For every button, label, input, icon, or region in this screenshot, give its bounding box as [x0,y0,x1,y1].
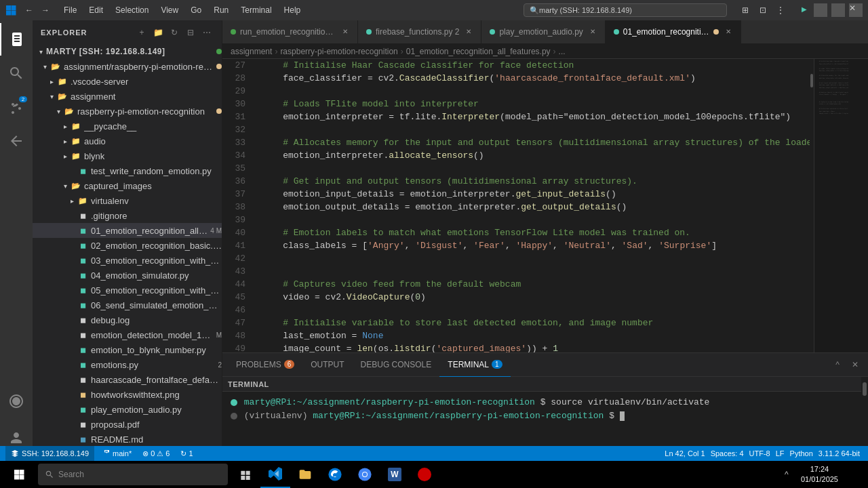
sidebar-item-emotion-to-blynk-number-py[interactable]: ◼emotion_to_blynk_number.py [33,342,222,357]
sidebar-item-audio[interactable]: ▸📁audio [33,134,222,148]
menu-help[interactable]: Help [279,3,307,18]
sidebar-item-haarcascade-frontalface-default-xml[interactable]: ◼haarcascade_frontalface_default.xml [33,372,222,387]
new-folder-button[interactable]: 📁 [151,26,165,39]
sidebar-item-readme-md[interactable]: ◼README.md [33,432,222,447]
menu-go[interactable]: Go [185,3,207,18]
show-desktop-button[interactable] [845,461,860,488]
tab-tab3[interactable]: play_emotion_audio.py✕ [481,20,605,43]
back-button[interactable]: ← [22,3,37,18]
more-actions[interactable]: ⋮ [773,3,788,18]
code-line: # Captures video feed from the default w… [262,278,810,291]
layout-toggle[interactable]: ⊞ [738,3,753,18]
sidebar-item--vscode-server[interactable]: ▸📁.vscode-server [33,74,222,89]
tab-close-button[interactable]: ✕ [463,26,474,37]
line-ending-status[interactable]: LF [773,446,787,461]
tab-tab1[interactable]: run_emotion_recognition.sh✕ [222,20,358,43]
run-debug-button[interactable] [0,125,33,157]
version-status[interactable]: 3.11.2 64-bit [816,446,863,461]
app-taskbar-button[interactable] [410,461,439,488]
crumb-repo[interactable]: raspberry-pi-emotion-recognition [280,47,397,56]
source-control-button[interactable]: 2 [0,91,33,123]
chrome-taskbar-button[interactable] [350,461,380,488]
panel-close-button[interactable]: ✕ [848,357,863,372]
run-button[interactable]: ▶ [799,3,810,14]
new-file-button[interactable]: + [135,26,149,39]
sidebar-item-proposal-pdf[interactable]: ◼proposal.pdf [33,417,222,432]
search-button[interactable] [0,57,33,89]
sidebar-item-raspberry-pi-emotion-recognition[interactable]: ▾📂raspberry-pi-emotion-recognition [33,104,222,119]
sidebar-item-blynk[interactable]: ▸📁blynk [33,148,222,163]
file-explorer-taskbar-button[interactable] [290,461,320,488]
errors-status[interactable]: ⊗ 0 ⚠ 6 [140,446,172,461]
svg-rect-4 [14,470,19,474]
ssh-status[interactable]: SSH: 192.168.8.149 [5,446,94,461]
taskview-button[interactable] [231,461,260,488]
forward-button[interactable]: → [38,3,53,18]
address-bar[interactable]: 🔍 marty (SSH: 192.168.8.149) [524,3,727,17]
encoding-status[interactable]: UTF-8 [747,446,773,461]
extensions-button[interactable] [0,385,33,418]
sidebar-item-play-emotion-audio-py[interactable]: ◼play_emotion_audio.py [33,402,222,417]
menu-file[interactable]: File [58,3,82,18]
tab-close-button[interactable]: ✕ [723,26,734,37]
vscode-taskbar-button[interactable] [260,461,290,488]
sidebar-item-howtworkswithtext-png[interactable]: ◼howtworkswithtext.png [33,387,222,402]
explorer-button[interactable] [0,23,33,56]
sidebar-root[interactable]: ▾ MARTY [SSH: 192.168.8.149] [33,44,222,59]
menu-view[interactable]: View [155,3,184,18]
sidebar-item-06-send-simulated-emotion-as-audio-bluetooth-py[interactable]: ◼06_send_simulated_emotion_as_audio_blue… [33,298,222,312]
split-editor[interactable]: ⊡ [755,3,770,18]
sidebar-item-assignment-raspberry-pi-emotion-recognition[interactable]: ▾📂assignment/raspberry-pi-emotion-recogn… [33,59,222,74]
sidebar-item-test-write-random-emotion-py[interactable]: ◼test_write_random_emotion.py [33,163,222,178]
tab-close-button[interactable]: ✕ [340,26,351,37]
terminal-cmd-1: source virtualenv/bin/activate [551,397,709,407]
spaces-status[interactable]: Spaces: 4 [708,446,747,461]
branch-status[interactable]: main* [100,446,134,461]
crumb-more[interactable]: ... [559,47,566,56]
minimize-button[interactable] [814,3,827,17]
sidebar-item-01-emotion-recognition-all-features-py[interactable]: ◼01_emotion_recognition_all_features.py4… [33,223,222,238]
collapse-all-button[interactable]: ⊟ [184,26,197,39]
output-tab[interactable]: OUTPUT [302,353,352,377]
sidebar-item--gitignore[interactable]: ◼.gitignore [33,208,222,223]
sidebar-item-captured-images[interactable]: ▾📂captured_images [33,178,222,193]
taskbar-search[interactable]: Search [38,464,228,485]
sidebar-item-assignment[interactable]: ▾📂assignment [33,89,222,104]
sidebar-item-emotion-detection-model-100epochs-tflite[interactable]: ◼emotion_detection_model_100epochs.tflit… [33,327,222,342]
maximize-button[interactable] [831,3,845,17]
sidebar-item---pycache--[interactable]: ▸📁__pycache__ [33,119,222,134]
tab-tab4[interactable]: 01_emotion_recognition_all_features.py 4… [606,20,741,43]
sidebar-item-debug-log[interactable]: ◼debug.log [33,312,222,327]
terminal-tab[interactable]: TERMINAL 1 [439,353,510,377]
crumb-file[interactable]: 01_emotion_recognition_all_features.py [406,47,551,56]
sidebar-item-02-emotion-recognition-basic-py[interactable]: ◼02_emotion_recognition_basic.py [33,238,222,253]
menu-run[interactable]: Run [208,3,234,18]
debug-console-tab[interactable]: DEBUG CONSOLE [353,353,440,377]
refresh-button[interactable]: ↻ [167,26,181,39]
tab-close-button[interactable]: ✕ [587,26,598,37]
sidebar-item-03-emotion-recognition-with-display-py[interactable]: ◼03_emotion_recognition_with_display.py [33,253,222,268]
sidebar-item-virtualenv[interactable]: ▸📁virtualenv [33,193,222,208]
crumb-assignment[interactable]: assignment [231,47,272,56]
problems-tab[interactable]: PROBLEMS 6 [228,353,302,377]
edge-taskbar-button[interactable] [320,461,350,488]
sidebar-item-05-emotion-recognition-with-captured-images-py[interactable]: ◼05_emotion_recognition_with_captured_im… [33,283,222,298]
start-button[interactable] [3,461,35,488]
panel-maximize-button[interactable]: ^ [830,357,845,372]
menu-edit[interactable]: Edit [83,3,108,18]
menu-terminal[interactable]: Terminal [235,3,277,18]
tray-up-button[interactable]: ^ [779,461,794,488]
spaces-label: Spaces: 4 [711,449,744,458]
tab-tab2[interactable]: firebase_functions.py 2✕ [358,20,481,43]
sync-status[interactable]: ↻ 1 [178,446,195,461]
language-status[interactable]: Python [787,446,816,461]
sidebar-item-04-emotion-simulator-py[interactable]: ◼04_emotion_simulator.py [33,268,222,283]
position-status[interactable]: Ln 42, Col 1 [662,446,707,461]
menu-selection[interactable]: Selection [110,3,154,18]
more-options-button[interactable]: ⋯ [200,26,214,39]
code-editor[interactable]: # Initialise Haar Cascade classifier for… [256,59,810,352]
winword-taskbar-button[interactable]: W [380,461,410,488]
sidebar-item-emotions-py[interactable]: ◼emotions.py2 [33,357,222,372]
time-display[interactable]: 17:24 01/01/2025 [797,464,842,485]
close-button[interactable]: ✕ [849,3,863,17]
